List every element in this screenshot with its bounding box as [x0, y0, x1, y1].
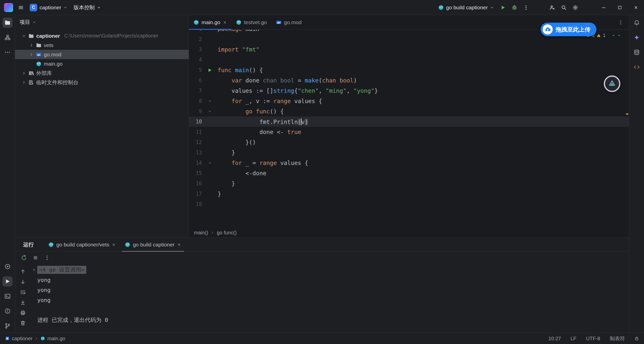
- maximize-button[interactable]: [612, 0, 628, 15]
- scroll-to-end-button[interactable]: [19, 299, 27, 306]
- code-line-18[interactable]: 18: [189, 199, 629, 209]
- close-tab-icon[interactable]: [177, 243, 181, 247]
- code-line-10[interactable]: 10 fmt.Println(v): [189, 116, 629, 127]
- close-tab-icon[interactable]: [112, 243, 116, 247]
- previous-problem-icon[interactable]: [612, 34, 615, 37]
- tool-button-problems[interactable]: [3, 306, 13, 316]
- floating-assistant-ball[interactable]: [604, 75, 620, 92]
- chevron-right-icon[interactable]: [29, 52, 34, 57]
- chevron-down-icon[interactable]: [22, 34, 26, 38]
- fold-region-icon[interactable]: [202, 99, 218, 103]
- code-line-6[interactable]: 6 var done chan bool = make(chan bool): [189, 75, 629, 85]
- code-line-16[interactable]: 16 }: [189, 178, 629, 189]
- folded-console-text[interactable]: <4 go 设置调用>: [37, 266, 86, 274]
- settings-button[interactable]: [570, 2, 581, 13]
- stop-button[interactable]: [30, 253, 41, 263]
- chevron-right-icon[interactable]: [22, 80, 26, 85]
- clear-all-button[interactable]: [19, 320, 27, 326]
- soft-wrap-button[interactable]: [19, 289, 27, 295]
- tool-button-run[interactable]: [3, 276, 13, 286]
- code-line-5[interactable]: 5func main() {: [189, 65, 629, 75]
- rerun-button[interactable]: [19, 253, 29, 263]
- debug-button[interactable]: [509, 2, 520, 13]
- tool-button-project[interactable]: [3, 18, 13, 28]
- tree-item-label: 临时文件和控制台: [36, 79, 78, 86]
- tree-item-外部库[interactable]: 外部库: [15, 68, 189, 78]
- code-line-12[interactable]: 12 }(): [189, 137, 629, 147]
- tool-button-database[interactable]: [632, 47, 642, 57]
- code-line-9[interactable]: 9 go func() {: [189, 106, 629, 116]
- run-tab-go build captioner/vets[interactable]: go build captioner/vets: [44, 238, 120, 251]
- run-config-widget[interactable]: go build captioner: [435, 2, 497, 13]
- status-breadcrumb[interactable]: captioner main.go: [5, 336, 65, 341]
- code-area[interactable]: 1package main23import "fmt"45func main()…: [189, 30, 629, 228]
- close-tab-icon[interactable]: [223, 20, 227, 24]
- status-item[interactable]: LF: [571, 336, 576, 341]
- run-line-icon[interactable]: [202, 68, 218, 73]
- breadcrumb-item[interactable]: go func(): [217, 230, 237, 236]
- code-line-8[interactable]: 8 for _, v := range values {: [189, 96, 629, 106]
- tool-button-ai-assistant[interactable]: [632, 32, 642, 42]
- main-menu-button[interactable]: [15, 2, 27, 13]
- warning-stripe-mark[interactable]: [626, 113, 628, 115]
- more-actions-button[interactable]: [520, 2, 532, 13]
- tool-button-terminal[interactable]: [3, 291, 13, 301]
- close-button[interactable]: [628, 0, 644, 15]
- tree-item-captioner[interactable]: captionerC:\Users\meowr\GolandProjects\c…: [15, 31, 189, 40]
- lock-icon[interactable]: [634, 336, 639, 341]
- fold-region-icon[interactable]: [202, 161, 218, 165]
- code-line-14[interactable]: 14 for _ = range values {: [189, 158, 629, 168]
- breadcrumb-item[interactable]: main(): [194, 230, 208, 236]
- chevron-right-icon[interactable]: [29, 43, 34, 48]
- vcs-widget[interactable]: 版本控制: [70, 2, 104, 13]
- editor-tab-main.go[interactable]: main.go: [189, 15, 231, 29]
- tool-button-services[interactable]: [3, 262, 13, 272]
- project-panel-header[interactable]: 项目: [15, 15, 189, 29]
- console-output[interactable]: <4 go 设置调用>yongyongyong进程 已完成，退出代码为 0: [31, 264, 629, 333]
- tree-item-vets[interactable]: vets: [15, 40, 189, 50]
- run-tab-go build captioner[interactable]: go build captioner: [120, 238, 186, 251]
- print-button[interactable]: [19, 310, 27, 316]
- editor-scrollbar[interactable]: [625, 30, 629, 228]
- tree-item-main.go[interactable]: main.go: [15, 59, 189, 68]
- project-widget[interactable]: C captioner: [27, 2, 70, 13]
- code-token: [218, 77, 231, 84]
- fold-region-icon[interactable]: [202, 109, 218, 113]
- console-fold-toggle-icon[interactable]: [31, 268, 37, 272]
- editor-tab-testvet.go[interactable]: testvet.go: [231, 15, 271, 29]
- scroll-up-button[interactable]: [19, 268, 27, 275]
- code-line-17[interactable]: 17}: [189, 189, 629, 199]
- warning-count: 1: [603, 33, 606, 38]
- tree-item-go.mod[interactable]: gogo.mod: [15, 50, 189, 59]
- tool-button-endpoints[interactable]: [632, 62, 642, 72]
- tool-button-structure[interactable]: [3, 32, 13, 42]
- tab-options-button[interactable]: [615, 17, 626, 28]
- run-button[interactable]: [497, 2, 509, 13]
- code-line-7[interactable]: 7 values := []string{"chen", "ming", "yo…: [189, 85, 629, 96]
- code-line-3[interactable]: 3import "fmt": [189, 44, 629, 55]
- editor-tab-go.mod[interactable]: gogo.mod: [271, 15, 306, 29]
- tool-button-version-control[interactable]: [3, 321, 13, 331]
- chevron-right-icon[interactable]: [22, 71, 26, 75]
- goland-logo-icon: [4, 3, 13, 12]
- tree-item-label: vets: [44, 42, 54, 48]
- tool-button-notifications[interactable]: [632, 18, 642, 28]
- status-item[interactable]: UTF-8: [586, 336, 600, 341]
- upload-overlay-badge[interactable]: 拖拽至此上传: [541, 23, 596, 36]
- next-problem-icon[interactable]: [617, 34, 621, 37]
- status-item[interactable]: 制表符: [610, 335, 625, 342]
- status-item[interactable]: 10:27: [548, 336, 561, 341]
- code-line-11[interactable]: 11 done <- true: [189, 127, 629, 137]
- code-line-13[interactable]: 13 }: [189, 147, 629, 158]
- code-with-me-button[interactable]: [546, 2, 558, 13]
- printer-icon: [20, 310, 26, 316]
- tree-item-临时文件和控制台[interactable]: 临时文件和控制台: [15, 78, 189, 87]
- cloud-upload-circle: [543, 24, 553, 34]
- search-everywhere-button[interactable]: [558, 2, 570, 13]
- code-line-15[interactable]: 15 <-done: [189, 168, 629, 178]
- console-more-button[interactable]: [42, 253, 52, 263]
- minimize-button[interactable]: [596, 0, 612, 15]
- scroll-down-button[interactable]: [19, 279, 27, 285]
- code-line-4[interactable]: 4: [189, 55, 629, 65]
- tool-button-more-tools[interactable]: [3, 47, 13, 57]
